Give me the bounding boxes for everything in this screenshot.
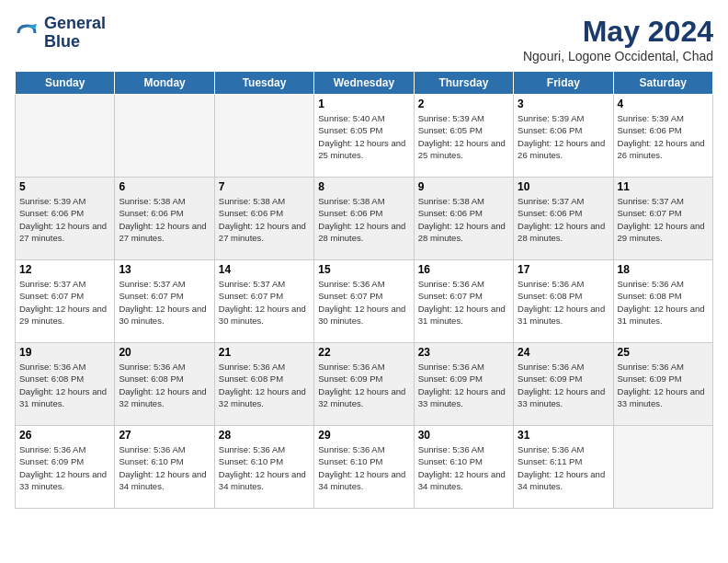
calendar-cell: 4Sunrise: 5:39 AM Sunset: 6:06 PM Daylig…	[613, 95, 712, 178]
day-number: 18	[618, 263, 709, 276]
day-info: Sunrise: 5:36 AM Sunset: 6:10 PM Dayligh…	[318, 443, 409, 492]
day-info: Sunrise: 5:36 AM Sunset: 6:07 PM Dayligh…	[318, 278, 409, 327]
day-info: Sunrise: 5:37 AM Sunset: 6:07 PM Dayligh…	[618, 195, 709, 244]
day-number: 4	[618, 98, 709, 110]
day-info: Sunrise: 5:36 AM Sunset: 6:10 PM Dayligh…	[418, 443, 509, 492]
calendar-header-row: SundayMondayTuesdayWednesdayThursdayFrid…	[16, 72, 713, 95]
calendar-cell: 3Sunrise: 5:39 AM Sunset: 6:06 PM Daylig…	[514, 95, 613, 178]
day-number: 22	[318, 346, 409, 359]
day-info: Sunrise: 5:36 AM Sunset: 6:10 PM Dayligh…	[119, 443, 210, 492]
day-number: 13	[119, 263, 210, 276]
day-info: Sunrise: 5:36 AM Sunset: 6:07 PM Dayligh…	[418, 278, 509, 327]
day-info: Sunrise: 5:36 AM Sunset: 6:08 PM Dayligh…	[119, 361, 210, 409]
calendar-cell: 25Sunrise: 5:36 AM Sunset: 6:09 PM Dayli…	[613, 343, 712, 426]
day-info: Sunrise: 5:36 AM Sunset: 6:09 PM Dayligh…	[518, 361, 609, 409]
day-number: 14	[219, 263, 310, 276]
calendar-body: 1Sunrise: 5:40 AM Sunset: 6:05 PM Daylig…	[16, 95, 713, 509]
calendar-title: May 2024	[523, 15, 713, 49]
day-info: Sunrise: 5:38 AM Sunset: 6:06 PM Dayligh…	[219, 195, 310, 244]
logo-line1: General	[44, 15, 106, 33]
day-number: 24	[518, 346, 609, 359]
day-info: Sunrise: 5:38 AM Sunset: 6:06 PM Dayligh…	[119, 195, 210, 244]
calendar-cell: 22Sunrise: 5:36 AM Sunset: 6:09 PM Dayli…	[314, 343, 414, 426]
day-number: 1	[318, 98, 409, 110]
day-number: 31	[518, 429, 609, 442]
day-number: 30	[418, 429, 509, 442]
calendar-cell	[115, 95, 214, 178]
day-header-tuesday: Tuesday	[214, 72, 313, 95]
calendar-cell	[214, 95, 313, 178]
day-number: 2	[418, 98, 509, 110]
calendar-cell: 26Sunrise: 5:36 AM Sunset: 6:09 PM Dayli…	[16, 426, 115, 509]
day-info: Sunrise: 5:38 AM Sunset: 6:06 PM Dayligh…	[418, 195, 509, 244]
day-number: 5	[19, 180, 110, 193]
calendar-cell: 11Sunrise: 5:37 AM Sunset: 6:07 PM Dayli…	[613, 178, 712, 260]
calendar-cell: 2Sunrise: 5:39 AM Sunset: 6:05 PM Daylig…	[414, 95, 513, 178]
day-info: Sunrise: 5:37 AM Sunset: 6:06 PM Dayligh…	[518, 195, 609, 244]
day-info: Sunrise: 5:36 AM Sunset: 6:09 PM Dayligh…	[418, 361, 509, 409]
day-info: Sunrise: 5:36 AM Sunset: 6:08 PM Dayligh…	[618, 278, 709, 327]
day-info: Sunrise: 5:36 AM Sunset: 6:08 PM Dayligh…	[219, 361, 310, 409]
day-number: 23	[418, 346, 509, 359]
calendar-cell: 5Sunrise: 5:39 AM Sunset: 6:06 PM Daylig…	[16, 178, 115, 260]
calendar-cell: 7Sunrise: 5:38 AM Sunset: 6:06 PM Daylig…	[214, 178, 313, 260]
day-number: 20	[119, 346, 210, 359]
week-row-5: 26Sunrise: 5:36 AM Sunset: 6:09 PM Dayli…	[16, 426, 713, 509]
calendar-cell: 21Sunrise: 5:36 AM Sunset: 6:08 PM Dayli…	[214, 343, 313, 426]
day-number: 29	[318, 429, 409, 442]
day-info: Sunrise: 5:37 AM Sunset: 6:07 PM Dayligh…	[19, 278, 110, 327]
calendar-subtitle: Ngouri, Logone Occidental, Chad	[523, 49, 713, 63]
day-number: 7	[219, 180, 310, 193]
calendar-cell: 12Sunrise: 5:37 AM Sunset: 6:07 PM Dayli…	[16, 260, 115, 343]
calendar-cell: 9Sunrise: 5:38 AM Sunset: 6:06 PM Daylig…	[414, 178, 513, 260]
calendar-cell: 19Sunrise: 5:36 AM Sunset: 6:08 PM Dayli…	[16, 343, 115, 426]
day-number: 28	[219, 429, 310, 442]
day-number: 16	[418, 263, 509, 276]
day-header-thursday: Thursday	[414, 72, 513, 95]
day-number: 27	[119, 429, 210, 442]
day-info: Sunrise: 5:40 AM Sunset: 6:05 PM Dayligh…	[318, 112, 409, 161]
day-number: 15	[318, 263, 409, 276]
calendar-cell: 24Sunrise: 5:36 AM Sunset: 6:09 PM Dayli…	[514, 343, 613, 426]
day-number: 21	[219, 346, 310, 359]
calendar-cell: 8Sunrise: 5:38 AM Sunset: 6:06 PM Daylig…	[314, 178, 414, 260]
day-info: Sunrise: 5:36 AM Sunset: 6:08 PM Dayligh…	[19, 361, 110, 409]
calendar-cell: 31Sunrise: 5:36 AM Sunset: 6:11 PM Dayli…	[514, 426, 613, 509]
day-number: 6	[119, 180, 210, 193]
calendar-cell: 23Sunrise: 5:36 AM Sunset: 6:09 PM Dayli…	[414, 343, 513, 426]
day-info: Sunrise: 5:36 AM Sunset: 6:09 PM Dayligh…	[618, 361, 709, 409]
day-number: 11	[618, 180, 709, 193]
week-row-4: 19Sunrise: 5:36 AM Sunset: 6:08 PM Dayli…	[16, 343, 713, 426]
calendar-cell: 16Sunrise: 5:36 AM Sunset: 6:07 PM Dayli…	[414, 260, 513, 343]
week-row-3: 12Sunrise: 5:37 AM Sunset: 6:07 PM Dayli…	[16, 260, 713, 343]
calendar-cell	[16, 95, 115, 178]
calendar-cell	[613, 426, 712, 509]
calendar-cell: 13Sunrise: 5:37 AM Sunset: 6:07 PM Dayli…	[115, 260, 214, 343]
day-number: 8	[318, 180, 409, 193]
day-header-friday: Friday	[514, 72, 613, 95]
calendar-cell: 28Sunrise: 5:36 AM Sunset: 6:10 PM Dayli…	[214, 426, 313, 509]
calendar-table: SundayMondayTuesdayWednesdayThursdayFrid…	[15, 71, 713, 509]
calendar-cell: 6Sunrise: 5:38 AM Sunset: 6:06 PM Daylig…	[115, 178, 214, 260]
day-info: Sunrise: 5:39 AM Sunset: 6:05 PM Dayligh…	[418, 112, 509, 161]
calendar-cell: 30Sunrise: 5:36 AM Sunset: 6:10 PM Dayli…	[414, 426, 513, 509]
day-info: Sunrise: 5:39 AM Sunset: 6:06 PM Dayligh…	[518, 112, 609, 161]
day-number: 26	[19, 429, 110, 442]
day-info: Sunrise: 5:36 AM Sunset: 6:11 PM Dayligh…	[518, 443, 609, 492]
calendar-cell: 27Sunrise: 5:36 AM Sunset: 6:10 PM Dayli…	[115, 426, 214, 509]
day-number: 25	[618, 346, 709, 359]
calendar-cell: 17Sunrise: 5:36 AM Sunset: 6:08 PM Dayli…	[514, 260, 613, 343]
day-info: Sunrise: 5:36 AM Sunset: 6:09 PM Dayligh…	[19, 443, 110, 492]
calendar-cell: 10Sunrise: 5:37 AM Sunset: 6:06 PM Dayli…	[514, 178, 613, 260]
calendar-cell: 1Sunrise: 5:40 AM Sunset: 6:05 PM Daylig…	[314, 95, 414, 178]
week-row-1: 1Sunrise: 5:40 AM Sunset: 6:05 PM Daylig…	[16, 95, 713, 178]
day-info: Sunrise: 5:37 AM Sunset: 6:07 PM Dayligh…	[219, 278, 310, 327]
logo-icon	[15, 20, 40, 46]
day-header-sunday: Sunday	[16, 72, 115, 95]
day-number: 3	[518, 98, 609, 110]
calendar-cell: 15Sunrise: 5:36 AM Sunset: 6:07 PM Dayli…	[314, 260, 414, 343]
day-number: 10	[518, 180, 609, 193]
day-number: 9	[418, 180, 509, 193]
day-number: 12	[19, 263, 110, 276]
day-number: 17	[518, 263, 609, 276]
